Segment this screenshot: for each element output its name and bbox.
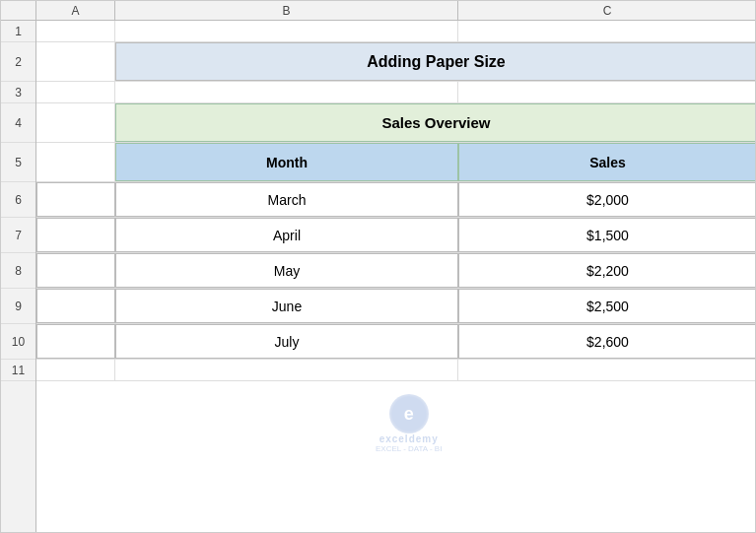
row-9: June $2,500 [36, 289, 755, 324]
cell-a3[interactable] [36, 82, 115, 102]
cell-b7[interactable]: April [115, 218, 458, 252]
cell-b6[interactable]: March [115, 182, 458, 217]
cell-a2[interactable] [36, 42, 115, 81]
row-5: Month Sales [36, 143, 755, 182]
cell-b8[interactable]: May [115, 253, 458, 288]
title-text: Adding Paper Size [367, 53, 505, 71]
col-header-b: B [115, 1, 458, 20]
row-8: May $2,200 [36, 253, 755, 289]
corner-cell [1, 1, 36, 20]
month-2: April [273, 228, 301, 243]
sales-4: $2,500 [586, 299, 629, 314]
cell-a7[interactable] [36, 218, 115, 252]
cell-c6[interactable]: $2,000 [458, 182, 755, 217]
cell-c7[interactable]: $1,500 [458, 218, 755, 252]
cell-c9[interactable]: $2,500 [458, 289, 755, 323]
sales-2: $1,500 [586, 228, 629, 243]
cell-a4[interactable] [36, 103, 115, 142]
cell-b9[interactable]: June [115, 289, 458, 323]
cell-c8[interactable]: $2,200 [458, 253, 755, 288]
month-header-cell[interactable]: Month [115, 143, 458, 181]
cell-a5[interactable] [36, 143, 115, 181]
month-1: March [268, 192, 307, 208]
cell-a6[interactable] [36, 182, 115, 217]
cell-c1[interactable] [458, 21, 755, 41]
sales-5: $2,600 [586, 334, 629, 350]
sales-overview-header[interactable]: Sales Overview [115, 103, 755, 142]
month-3: May [274, 263, 300, 279]
row-num-7: 7 [1, 218, 35, 253]
grid-body: 1 2 3 4 5 6 7 8 9 10 11 Adding P [1, 21, 755, 532]
row-4: Sales Overview [36, 103, 755, 143]
cell-b10[interactable]: July [115, 324, 458, 359]
cell-c3[interactable] [458, 82, 755, 102]
sales-overview-text: Sales Overview [381, 114, 490, 131]
row-num-4: 4 [1, 103, 35, 143]
row-11 [36, 360, 755, 381]
row-num-11: 11 [1, 360, 35, 381]
cell-b11[interactable] [115, 360, 458, 380]
cell-b3[interactable] [115, 82, 458, 102]
row-num-9: 9 [1, 289, 35, 324]
sales-1: $2,000 [586, 192, 629, 208]
month-header-text: Month [266, 155, 308, 170]
sales-3: $2,200 [586, 263, 629, 279]
row-1 [36, 21, 755, 42]
row-num-10: 10 [1, 324, 35, 360]
row-num-1: 1 [1, 21, 35, 42]
row-numbers: 1 2 3 4 5 6 7 8 9 10 11 [1, 21, 36, 532]
row-6: March $2,000 [36, 182, 755, 218]
spreadsheet: A B C 1 2 3 4 5 6 7 8 9 10 11 [0, 0, 756, 533]
cell-a8[interactable] [36, 253, 115, 288]
row-num-6: 6 [1, 182, 35, 218]
col-header-a: A [36, 1, 115, 20]
sales-header-cell[interactable]: Sales [458, 143, 755, 181]
row-2: Adding Paper Size [36, 42, 755, 82]
row-num-5: 5 [1, 143, 35, 182]
cell-a1[interactable] [36, 21, 115, 41]
col-header-c: C [458, 1, 756, 20]
cell-a9[interactable] [36, 289, 115, 323]
row-3 [36, 82, 755, 103]
grid-content: Adding Paper Size Sales Overview [36, 21, 755, 532]
row-10: July $2,600 [36, 324, 755, 360]
month-5: July [275, 334, 300, 350]
cell-b1[interactable] [115, 21, 458, 41]
cell-a10[interactable] [36, 324, 115, 359]
row-num-2: 2 [1, 42, 35, 82]
cell-c10[interactable]: $2,600 [458, 324, 755, 359]
row-7: April $1,500 [36, 218, 755, 253]
month-4: June [272, 299, 302, 314]
cell-c11[interactable] [458, 360, 755, 380]
column-headers-row: A B C [1, 1, 755, 21]
title-cell[interactable]: Adding Paper Size [115, 42, 755, 81]
sales-header-text: Sales [589, 155, 626, 170]
row-num-3: 3 [1, 82, 35, 103]
row-num-8: 8 [1, 253, 35, 289]
cell-a11[interactable] [36, 360, 115, 380]
